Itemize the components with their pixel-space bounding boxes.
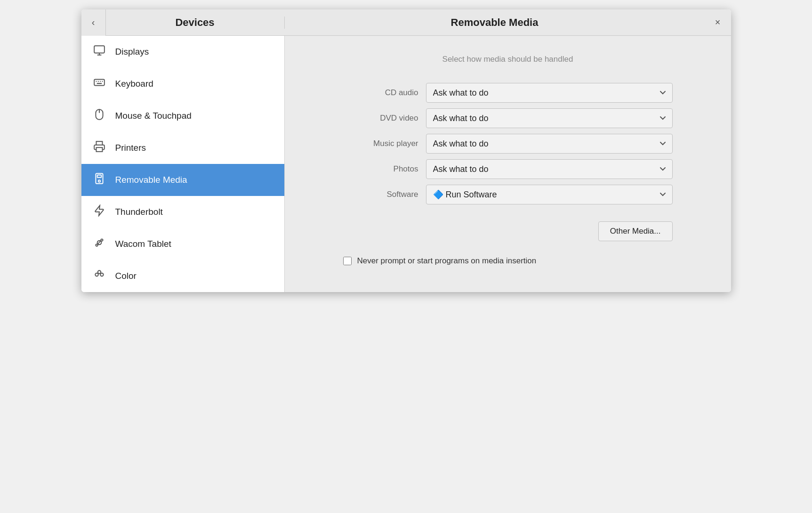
- content-area: Displays Keyboard: [81, 36, 731, 292]
- page-title: Removable Media: [285, 16, 705, 29]
- photos-label: Photos: [343, 164, 418, 174]
- dvd-video-label: DVD video: [343, 114, 418, 123]
- sidebar-item-mouse[interactable]: Mouse & Touchpad: [81, 100, 284, 132]
- sidebar: Displays Keyboard: [81, 36, 285, 292]
- sidebar-label-displays: Displays: [115, 47, 149, 57]
- svg-point-18: [95, 273, 98, 277]
- sidebar-label-printers: Printers: [115, 143, 146, 153]
- sidebar-label-color: Color: [115, 271, 137, 281]
- svg-point-12: [98, 180, 100, 182]
- settings-grid: CD audio Ask what to do Do Nothing Open …: [343, 83, 673, 266]
- color-icon: [93, 269, 106, 284]
- cd-audio-select[interactable]: Ask what to do Do Nothing Open Folder: [426, 83, 673, 103]
- music-player-select[interactable]: Ask what to do Do Nothing Open Folder: [426, 134, 673, 154]
- music-player-row: Music player Ask what to do Do Nothing O…: [343, 134, 673, 154]
- svg-rect-10: [96, 147, 102, 152]
- sidebar-panel-title: Devices: [106, 16, 285, 29]
- sidebar-label-thunderbolt: Thunderbolt: [115, 207, 163, 217]
- panel-subtitle: Select how media should be handled: [442, 55, 573, 64]
- cd-audio-row: CD audio Ask what to do Do Nothing Open …: [343, 83, 673, 103]
- never-prompt-checkbox[interactable]: [343, 257, 352, 265]
- svg-rect-3: [94, 80, 105, 86]
- back-icon: ‹: [92, 17, 95, 28]
- printer-icon: [93, 140, 106, 155]
- svg-rect-0: [94, 46, 105, 53]
- sidebar-item-thunderbolt[interactable]: Thunderbolt: [81, 196, 284, 228]
- sidebar-item-printers[interactable]: Printers: [81, 132, 284, 164]
- removable-icon: [93, 172, 106, 187]
- never-prompt-label: Never prompt or start programs on media …: [357, 256, 537, 266]
- main-panel: Select how media should be handled CD au…: [285, 36, 731, 292]
- sidebar-label-removable: Removable Media: [115, 175, 187, 185]
- sidebar-item-wacom[interactable]: Wacom Tablet: [81, 228, 284, 260]
- cd-audio-label: CD audio: [343, 88, 418, 98]
- close-button[interactable]: ×: [705, 9, 731, 36]
- keyboard-icon: [93, 76, 106, 91]
- photos-row: Photos Ask what to do Do Nothing Open Fo…: [343, 159, 673, 179]
- sidebar-item-color[interactable]: Color: [81, 260, 284, 292]
- svg-rect-13: [97, 175, 101, 177]
- music-player-label: Music player: [343, 139, 418, 148]
- svg-point-19: [100, 273, 104, 277]
- sidebar-label-keyboard: Keyboard: [115, 79, 153, 89]
- settings-window: ‹ Devices Removable Media × Displays: [81, 9, 731, 292]
- svg-point-16: [101, 239, 103, 241]
- never-prompt-row: Never prompt or start programs on media …: [343, 256, 673, 266]
- sidebar-item-displays[interactable]: Displays: [81, 36, 284, 68]
- back-button[interactable]: ‹: [81, 9, 106, 36]
- thunderbolt-icon: [93, 204, 106, 220]
- dvd-video-row: DVD video Ask what to do Do Nothing Open…: [343, 108, 673, 128]
- display-icon: [93, 44, 106, 59]
- sidebar-label-mouse: Mouse & Touchpad: [115, 111, 192, 121]
- svg-point-15: [96, 244, 97, 246]
- sidebar-item-removable[interactable]: Removable Media: [81, 164, 284, 196]
- sidebar-label-wacom: Wacom Tablet: [115, 239, 171, 249]
- wacom-icon: [93, 236, 106, 252]
- svg-line-17: [97, 241, 100, 244]
- sidebar-item-keyboard[interactable]: Keyboard: [81, 68, 284, 100]
- other-media-button[interactable]: Other Media...: [598, 221, 673, 241]
- dvd-video-select[interactable]: Ask what to do Do Nothing Open Folder: [426, 108, 673, 128]
- svg-point-20: [97, 270, 101, 274]
- software-label: Software: [343, 190, 418, 199]
- software-row: Software 🔷 Run Software Ask what to do D…: [343, 185, 673, 204]
- software-select[interactable]: 🔷 Run Software Ask what to do Do Nothing: [426, 185, 673, 204]
- mouse-icon: [93, 108, 106, 123]
- photos-select[interactable]: Ask what to do Do Nothing Open Folder: [426, 159, 673, 179]
- titlebar: ‹ Devices Removable Media ×: [81, 9, 731, 36]
